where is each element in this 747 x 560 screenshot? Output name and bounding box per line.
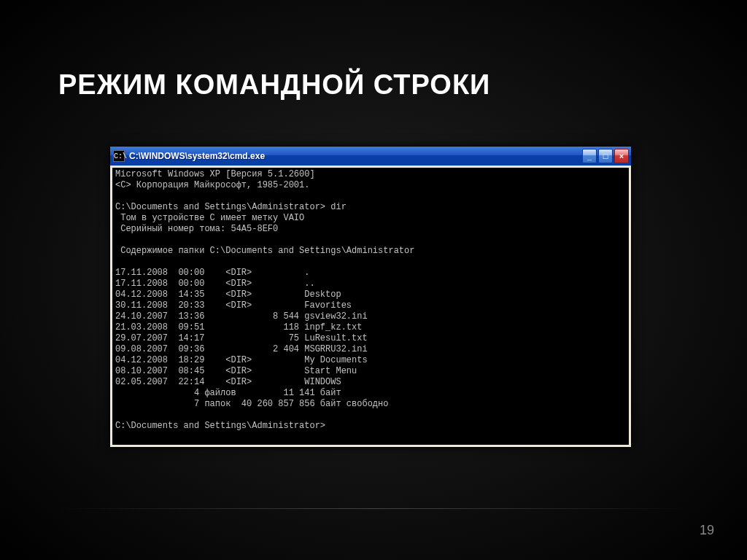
window-controls: _ □ × — [582, 149, 629, 163]
minimize-button[interactable]: _ — [582, 149, 597, 163]
cmd-window: C:\ C:\WINDOWS\system32\cmd.exe _ □ × Mi… — [109, 146, 632, 448]
slide-divider — [58, 508, 689, 509]
maximize-button[interactable]: □ — [598, 149, 613, 163]
window-title: C:\WINDOWS\system32\cmd.exe — [129, 151, 582, 161]
page-number: 19 — [700, 523, 714, 538]
titlebar[interactable]: C:\ C:\WINDOWS\system32\cmd.exe _ □ × — [110, 147, 631, 166]
slide-title: РЕЖИМ КОМАНДНОЙ СТРОКИ — [58, 69, 490, 101]
cmd-icon: C:\ — [113, 150, 125, 162]
terminal-output[interactable]: Microsoft Windows XP [Версия 5.1.2600] <… — [112, 168, 629, 445]
close-button[interactable]: × — [614, 149, 629, 163]
terminal-frame: Microsoft Windows XP [Версия 5.1.2600] <… — [110, 166, 631, 447]
